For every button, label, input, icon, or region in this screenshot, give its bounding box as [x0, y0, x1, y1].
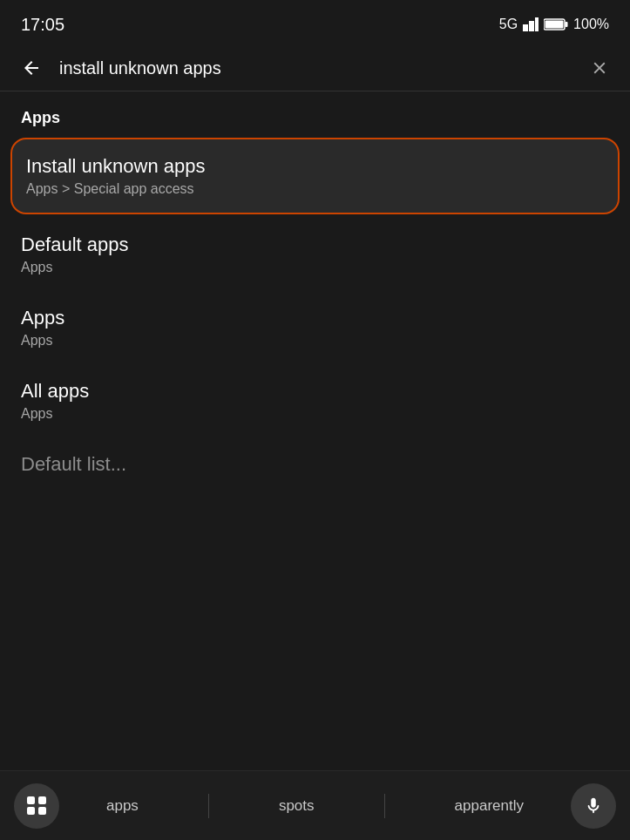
search-results: Install unknown apps Apps > Special app …	[0, 134, 630, 471]
mic-button[interactable]	[571, 783, 616, 829]
svg-marker-0	[523, 24, 528, 31]
result-item-apps[interactable]: Apps Apps	[0, 291, 630, 364]
result-item-default-apps[interactable]: Default apps Apps	[0, 218, 630, 291]
suggestion-spots[interactable]: spots	[268, 794, 325, 818]
keyboard-grid-button[interactable]	[14, 783, 59, 829]
status-bar: 17:05 5G 100%	[0, 0, 630, 45]
suggestion-divider-1	[208, 794, 209, 818]
battery-icon	[544, 17, 568, 31]
suggestion-divider-2	[384, 794, 385, 818]
svg-marker-2	[535, 17, 539, 31]
search-input[interactable]	[59, 58, 572, 78]
result-subtitle: Apps	[21, 406, 609, 422]
suggestion-apparently[interactable]: apparently	[444, 794, 534, 818]
suggestion-apps[interactable]: apps	[96, 794, 149, 818]
svg-rect-4	[566, 22, 568, 27]
clear-button[interactable]	[586, 55, 613, 81]
battery-percent: 100%	[573, 17, 609, 32]
signal-icon	[523, 17, 539, 31]
network-label: 5G	[499, 17, 518, 32]
result-subtitle: Apps	[21, 260, 609, 275]
status-time: 17:05	[21, 15, 64, 35]
search-bar	[0, 45, 630, 91]
result-subtitle: Apps	[21, 333, 609, 349]
result-title: Apps	[21, 307, 609, 329]
back-button[interactable]	[17, 54, 45, 82]
result-item-install-unknown[interactable]: Install unknown apps Apps > Special app …	[10, 138, 620, 214]
result-title: All apps	[21, 380, 609, 403]
result-title: Default list...	[21, 453, 609, 471]
result-item-all-apps[interactable]: All apps Apps	[0, 364, 630, 437]
suggestion-words: apps spots apparently	[59, 794, 571, 818]
keyboard-grid-icon	[27, 796, 46, 816]
section-header: Apps	[0, 91, 630, 134]
bottom-keyboard-bar: apps spots apparently	[0, 770, 630, 840]
microphone-icon	[584, 796, 603, 816]
result-title: Install unknown apps	[26, 155, 604, 178]
main-content: Apps Install unknown apps Apps > Special…	[0, 91, 630, 763]
svg-rect-5	[545, 21, 564, 29]
result-subtitle: Apps > Special app access	[26, 181, 604, 197]
status-icons: 5G 100%	[499, 17, 609, 32]
svg-marker-1	[529, 21, 534, 31]
result-item-partial[interactable]: Default list...	[0, 437, 630, 471]
result-title: Default apps	[21, 234, 609, 256]
search-input-wrapper[interactable]	[59, 58, 572, 78]
